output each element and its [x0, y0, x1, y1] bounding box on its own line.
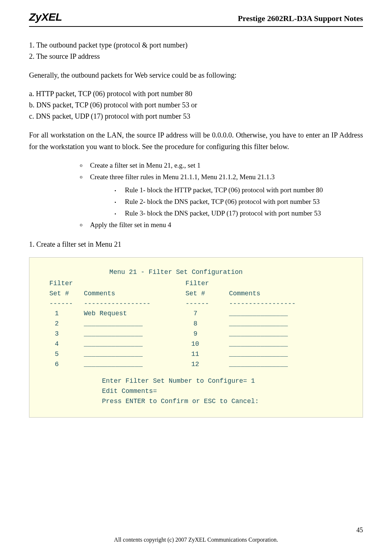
prompt-enter-number: Enter Filter Set Number to Configure= 1: [102, 376, 348, 386]
header-row-1: Filter Filter: [44, 279, 348, 289]
row4-n2: 10: [185, 339, 229, 349]
copyright-text: All contents copyright (c) 2007 ZyXEL Co…: [0, 537, 392, 543]
page-header: ZyXEL Prestige 2602RL-D3A Support Notes: [29, 11, 363, 27]
para-workstation: For all workstation on the LAN, the sour…: [29, 129, 363, 152]
data-row-4: 4 _______________ 10 _______________: [44, 339, 348, 349]
row2-n1: 2: [44, 319, 84, 329]
prompt-press-enter: Press ENTER to Confirm or ESC to Cancel:: [102, 397, 348, 407]
page-footer: All contents copyright (c) 2007 ZyXEL Co…: [0, 537, 392, 543]
intro-block: 1. The outbound packet type (protocol & …: [29, 40, 363, 62]
intro-line-2: 2. The source IP address: [29, 51, 363, 62]
prompt-edit-comments: Edit Comments=: [102, 386, 348, 397]
row5-n2: 11: [185, 349, 229, 360]
row4-c2: _______________: [229, 339, 348, 349]
data-row-2: 2 _______________ 8 _______________: [44, 319, 348, 329]
dash-c4: -----------------: [229, 299, 348, 309]
row1-n1: 1: [44, 309, 84, 319]
row3-c2: _______________: [229, 329, 348, 339]
bullet-create-rules-text: Create three filter rules in Menu 21.1.1…: [90, 173, 275, 181]
bullet-create-set: Create a filter set in Menu 21, e.g., se…: [80, 160, 363, 171]
rule-3: Rule 3- block the DNS packet, UDP (17) p…: [115, 208, 363, 219]
row2-c1: _______________: [84, 319, 185, 329]
hdr-filter-right: Filter: [185, 279, 229, 289]
row2-c2: _______________: [229, 319, 348, 329]
para-generally: Generally, the outbound packets for Web …: [29, 69, 363, 81]
row3-c1: _______________: [84, 329, 185, 339]
intro-line-1: 1. The outbound packet type (protocol & …: [29, 40, 363, 51]
dash-c2: -----------------: [84, 299, 185, 309]
row5-c1: _______________: [84, 349, 185, 360]
packet-c: c. DNS packet, UDP (17) protocol with po…: [29, 111, 363, 122]
logo-text: ZyXEL: [29, 11, 62, 23]
data-row-3: 3 _______________ 9 _______________: [44, 329, 348, 339]
bullet-apply: Apply the filter set in menu 4: [80, 219, 363, 231]
row4-c1: _______________: [84, 339, 185, 349]
packet-list: a. HTTP packet, TCP (06) protocol with p…: [29, 88, 363, 122]
row5-c2: _______________: [229, 349, 348, 360]
row1-c2: _______________: [229, 309, 348, 319]
terminal-output: Menu 21 - Filter Set Configuration Filte…: [29, 257, 363, 418]
row2-n2: 8: [185, 319, 229, 329]
data-row-5: 5 _______________ 11 _______________: [44, 349, 348, 360]
hdr-comments-right: Comments: [229, 289, 348, 299]
step-1-heading: 1. Create a filter set in Menu 21: [29, 238, 363, 250]
rule-1: Rule 1- block the HTTP packet, TCP (06) …: [115, 184, 363, 196]
row3-n2: 9: [185, 329, 229, 339]
row6-c1: _______________: [84, 360, 185, 370]
data-row-1: 1 Web Request 7 _______________: [44, 309, 348, 319]
packet-b: b. DNS packet, TCP (06) protocol with po…: [29, 99, 363, 111]
dash-c1: ------: [44, 299, 84, 309]
page-number: 45: [356, 526, 363, 534]
data-row-6: 6 _______________ 12 _______________: [44, 360, 348, 370]
hdr-set-left: Set #: [44, 289, 84, 299]
row3-n1: 3: [44, 329, 84, 339]
row5-n1: 5: [44, 349, 84, 360]
row6-c2: _______________: [229, 360, 348, 370]
hdr-set-right: Set #: [185, 289, 229, 299]
packet-a: a. HTTP packet, TCP (06) protocol with p…: [29, 88, 363, 99]
header-row-2: Set # Comments Set # Comments: [44, 289, 348, 299]
doc-title: Prestige 2602RL-D3A Support Notes: [238, 14, 363, 23]
rule-2: Rule 2- block the DNS packet, TCP (06) p…: [115, 196, 363, 208]
row4-n1: 4: [44, 339, 84, 349]
hdr-filter-left: Filter: [44, 279, 84, 289]
row1-n2: 7: [185, 309, 229, 319]
procedure-list: Create a filter set in Menu 21, e.g., se…: [80, 160, 363, 231]
row1-c1: Web Request: [84, 309, 185, 319]
hdr-comments-left: Comments: [84, 289, 185, 299]
row6-n2: 12: [185, 360, 229, 370]
separator-row: ------ ----------------- ------ --------…: [44, 299, 348, 309]
menu-title: Menu 21 - Filter Set Configuration: [4, 268, 348, 276]
row6-n1: 6: [44, 360, 84, 370]
rules-sublist: Rule 1- block the HTTP packet, TCP (06) …: [115, 184, 363, 219]
dash-c3: ------: [185, 299, 229, 309]
bullet-create-rules: Create three filter rules in Menu 21.1.1…: [80, 171, 363, 219]
